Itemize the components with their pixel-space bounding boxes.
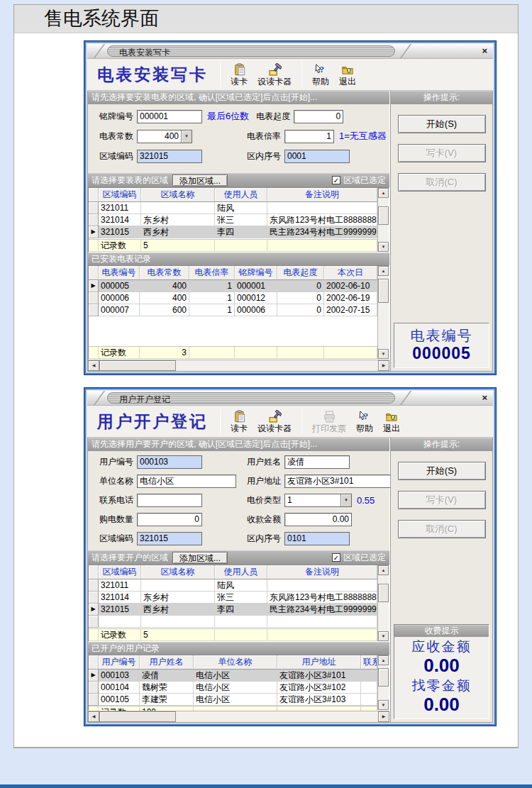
col-contact[interactable]: 联系 <box>361 655 377 670</box>
scroll-right-button[interactable]: ▶ <box>378 711 389 722</box>
ratio-input[interactable] <box>284 130 334 143</box>
scrollbar-thumb[interactable] <box>378 668 389 687</box>
scroll-up-button[interactable]: ▲ <box>378 655 389 665</box>
price-type-combobox[interactable]: 1 ▼ <box>284 494 352 507</box>
col-start-reading[interactable]: 电表起度 <box>277 266 324 280</box>
current-row-pointer-icon[interactable]: ▶ <box>89 280 99 292</box>
col-date[interactable]: 本次日 <box>324 266 377 280</box>
cancel-button[interactable]: 取消(C) <box>398 173 486 192</box>
row-selector[interactable] <box>89 214 99 226</box>
close-icon[interactable]: × <box>482 392 487 403</box>
set-reader-button[interactable]: 设读卡器 <box>253 62 297 87</box>
col-region-code[interactable]: 区域编码 <box>99 188 141 202</box>
vertical-scrollbar[interactable]: ▲ ▼ <box>377 565 389 641</box>
row-selector[interactable] <box>89 292 99 304</box>
current-row-pointer-icon[interactable]: ▶ <box>89 604 99 616</box>
set-reader-button[interactable]: 设读卡器 <box>253 409 297 434</box>
horizontal-scrollbar[interactable]: ◀ ▶ <box>88 711 389 722</box>
combo-arrow-icon[interactable]: ▼ <box>340 494 351 506</box>
write-card-button[interactable]: 写卡(V) <box>398 491 486 509</box>
start-button[interactable]: 开始(S) <box>398 462 486 480</box>
selector-header[interactable] <box>89 565 99 579</box>
col-nameplate[interactable]: 铭牌编号 <box>235 266 277 280</box>
col-region-name[interactable]: 区域名称 <box>141 565 215 579</box>
scrollbar-thumb[interactable] <box>378 206 389 225</box>
row-selector[interactable] <box>89 682 99 694</box>
amount-input[interactable] <box>284 513 352 526</box>
col-address[interactable]: 用户地址 <box>277 655 361 670</box>
scroll-down-button[interactable]: ▼ <box>378 700 389 710</box>
help-button[interactable]: ? 帮助 <box>307 62 334 87</box>
col-region-code[interactable]: 区域编码 <box>99 565 141 579</box>
col-user-no[interactable]: 用户编号 <box>99 655 140 670</box>
quantity-input[interactable] <box>137 513 202 526</box>
table-row[interactable]: 321014 东乡村 张三 东风路123号村电工88888888 <box>89 592 377 604</box>
exit-button[interactable]: 退出 <box>334 62 361 87</box>
row-selector[interactable] <box>89 694 99 706</box>
combo-arrow-icon[interactable]: ▼ <box>181 131 192 143</box>
region-selected-checkbox[interactable]: ✓ <box>332 553 340 562</box>
read-card-button[interactable]: 读卡 <box>226 62 253 87</box>
scrollbar-thumb[interactable] <box>378 279 389 303</box>
titlebar[interactable]: 电表安装写卡 × <box>87 44 493 59</box>
phone-input[interactable] <box>137 494 202 507</box>
row-selector[interactable] <box>89 202 99 214</box>
table-row-empty[interactable] <box>89 616 377 628</box>
table-row[interactable]: 321011 陆风 <box>89 202 377 214</box>
row-selector[interactable] <box>89 304 99 316</box>
table-row[interactable]: 000007 600 1 000006 0 2002-07-15 <box>89 304 377 316</box>
table-row[interactable]: 000006 400 1 000012 0 2002-06-19 <box>89 292 377 304</box>
row-selector[interactable] <box>89 579 99 592</box>
scrollbar-thumb[interactable] <box>378 584 389 602</box>
table-row-selected[interactable]: ▶ 321015 西乡村 李四 民主路234号村电工99999999 <box>89 226 377 238</box>
table-row[interactable]: 000104 魏树荣 电信小区 友谊路小区3#102 <box>89 682 377 694</box>
scroll-up-button[interactable]: ▲ <box>378 266 389 276</box>
scroll-left-button[interactable]: ◀ <box>88 711 99 722</box>
col-meter-ratio[interactable]: 电表倍率 <box>189 266 235 280</box>
scroll-up-button[interactable]: ▲ <box>378 565 389 575</box>
constant-combobox[interactable]: 400 ▼ <box>137 130 192 143</box>
read-card-button[interactable]: 读卡 <box>226 409 253 434</box>
write-card-button[interactable]: 写卡(V) <box>398 144 486 162</box>
vertical-scrollbar[interactable]: ▲ ▼ <box>377 655 389 710</box>
row-selector[interactable] <box>89 592 99 604</box>
exit-button[interactable]: 退出 <box>378 409 405 434</box>
start-button[interactable]: 开始(S) <box>398 115 486 133</box>
table-row-selected[interactable]: ▶ 000103 凌倩 电信小区 友谊路小区3#101 <box>89 670 377 682</box>
scroll-up-button[interactable]: ▲ <box>378 188 389 198</box>
titlebar[interactable]: 用户开户登记 × <box>87 391 493 406</box>
table-row[interactable]: 321011 陆风 <box>89 579 377 592</box>
col-meter-constant[interactable]: 电表常数 <box>140 266 189 280</box>
scroll-right-button[interactable]: ▶ <box>378 360 389 371</box>
close-icon[interactable]: × <box>482 45 487 56</box>
vertical-scrollbar[interactable]: ▲ ▼ <box>377 266 389 359</box>
col-person[interactable]: 使用人员 <box>215 565 267 579</box>
current-row-pointer-icon[interactable]: ▶ <box>89 670 99 682</box>
scroll-down-button[interactable]: ▼ <box>378 242 389 252</box>
col-unit-name[interactable]: 单位名称 <box>194 655 277 670</box>
current-row-pointer-icon[interactable]: ▶ <box>89 226 99 238</box>
col-region-name[interactable]: 区域名称 <box>141 188 215 202</box>
address-input[interactable] <box>284 475 391 488</box>
col-note[interactable]: 备注说明 <box>267 188 377 202</box>
selector-header[interactable] <box>89 188 99 202</box>
print-invoice-button[interactable]: 打印发票 <box>307 409 351 434</box>
scroll-down-button[interactable]: ▼ <box>378 631 389 641</box>
user-name-input[interactable] <box>284 455 350 469</box>
row-selector[interactable] <box>89 616 99 628</box>
col-note[interactable]: 备注说明 <box>267 565 377 579</box>
selector-header[interactable] <box>89 655 99 670</box>
region-selected-checkbox[interactable]: ✓ <box>332 176 340 184</box>
add-region-button[interactable]: 添加区域... <box>172 174 228 187</box>
nameplate-input[interactable] <box>137 110 202 123</box>
table-row[interactable]: 000105 李建荣 电信小区 友谊路小区3#103 <box>89 694 377 706</box>
start-reading-input[interactable] <box>294 110 343 123</box>
help-button[interactable]: ? 帮助 <box>351 409 378 434</box>
col-user-name[interactable]: 用户姓名 <box>140 655 194 670</box>
table-row-selected[interactable]: ▶ 000005 400 1 000001 0 2002-06-10 <box>89 280 377 292</box>
scrollbar-thumb[interactable] <box>99 360 176 371</box>
scroll-down-button[interactable]: ▼ <box>378 349 389 359</box>
add-region-button[interactable]: 添加区域... <box>172 552 228 564</box>
scroll-left-button[interactable]: ◀ <box>88 360 99 371</box>
cancel-button[interactable]: 取消(C) <box>398 520 486 538</box>
